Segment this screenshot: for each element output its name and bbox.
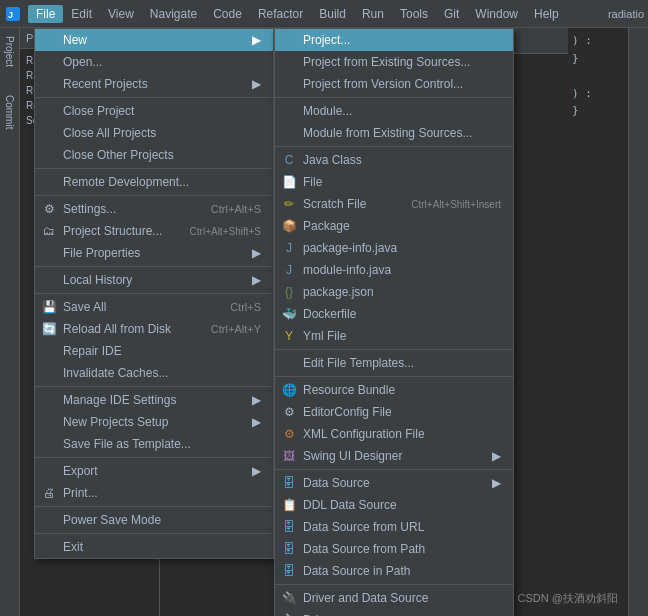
sidebar-commit-tab[interactable]: Commit: [4, 91, 15, 133]
menu-item-file-properties[interactable]: File Properties ▶: [35, 242, 273, 264]
menu-window[interactable]: Window: [467, 5, 526, 23]
submenu-item-module-info-label: module-info.java: [303, 263, 391, 277]
submenu-item-edit-templates[interactable]: Edit File Templates...: [275, 352, 513, 374]
menu-build[interactable]: Build: [311, 5, 354, 23]
submenu-item-project-existing[interactable]: Project from Existing Sources...: [275, 51, 513, 73]
menu-item-local-history[interactable]: Local History ▶: [35, 269, 273, 291]
submenu-item-package-json[interactable]: {} package.json: [275, 281, 513, 303]
submenu-item-module-info[interactable]: J module-info.java: [275, 259, 513, 281]
submenu-item-project-existing-label: Project from Existing Sources...: [303, 55, 470, 69]
file-icon: 📄: [281, 174, 297, 190]
menu-tools[interactable]: Tools: [392, 5, 436, 23]
separator-2: [35, 168, 273, 169]
submenu-item-datasource-in-path[interactable]: 🗄 Data Source in Path: [275, 560, 513, 582]
menu-item-exit[interactable]: Exit: [35, 536, 273, 558]
submenu-item-java-class-label: Java Class: [303, 153, 362, 167]
submenu-arrow-newprojects: ▶: [252, 415, 261, 429]
submenu-item-file[interactable]: 📄 File: [275, 171, 513, 193]
java-class-icon: C: [281, 152, 297, 168]
submenu-item-package[interactable]: 📦 Package: [275, 215, 513, 237]
menu-view[interactable]: View: [100, 5, 142, 23]
submenu-item-datasource-path[interactable]: 🗄 Data Source from Path: [275, 538, 513, 560]
yml-icon: Y: [281, 328, 297, 344]
submenu-arrow-localhistory: ▶: [252, 273, 261, 287]
menu-item-print-label: Print...: [63, 486, 98, 500]
menu-item-invalidate[interactable]: Invalidate Caches...: [35, 362, 273, 384]
menu-item-recent-label: Recent Projects: [63, 77, 148, 91]
reload-shortcut: Ctrl+Alt+Y: [211, 323, 261, 335]
datasource-path-icon: 🗄: [281, 541, 297, 557]
menu-item-close-project[interactable]: Close Project: [35, 100, 273, 122]
submenu-item-scratch[interactable]: ✏ Scratch File Ctrl+Alt+Shift+Insert: [275, 193, 513, 215]
menu-item-close-all[interactable]: Close All Projects: [35, 122, 273, 144]
project-structure-icon: 🗂: [41, 223, 57, 239]
menu-file[interactable]: File: [28, 5, 63, 23]
submenu-item-editorconfig[interactable]: ⚙ EditorConfig File: [275, 401, 513, 423]
submenu-item-datasource[interactable]: 🗄 Data Source ▶: [275, 472, 513, 494]
menu-item-export[interactable]: Export ▶: [35, 460, 273, 482]
menu-run[interactable]: Run: [354, 5, 392, 23]
submenu-item-datasource-url[interactable]: 🗄 Data Source from URL: [275, 516, 513, 538]
submenu-item-resource-bundle[interactable]: 🌐 Resource Bundle: [275, 379, 513, 401]
menu-git[interactable]: Git: [436, 5, 467, 23]
submenu-item-project-label: Project...: [303, 33, 350, 47]
submenu-item-yml[interactable]: Y Yml File: [275, 325, 513, 347]
submenu-item-project-vcs[interactable]: Project from Version Control...: [275, 73, 513, 95]
menu-item-file-properties-label: File Properties: [63, 246, 140, 260]
submenu-item-project[interactable]: Project...: [275, 29, 513, 51]
menu-item-new[interactable]: New ▶: [35, 29, 273, 51]
xml-icon: ⚙: [281, 426, 297, 442]
submenu-item-module-existing[interactable]: Module from Existing Sources...: [275, 122, 513, 144]
submenu-item-package-info[interactable]: J package-info.java: [275, 237, 513, 259]
menu-item-settings[interactable]: ⚙ Settings... Ctrl+Alt+S: [35, 198, 273, 220]
dockerfile-icon: 🐳: [281, 306, 297, 322]
submenu-item-xml[interactable]: ⚙ XML Configuration File: [275, 423, 513, 445]
submenu-item-java-class[interactable]: C Java Class: [275, 149, 513, 171]
menu-item-save-template[interactable]: Save File as Template...: [35, 433, 273, 455]
submenu-arrow-recent: ▶: [252, 77, 261, 91]
submenu-item-module[interactable]: Module...: [275, 100, 513, 122]
menu-item-close-other-label: Close Other Projects: [63, 148, 174, 162]
menu-item-recent[interactable]: Recent Projects ▶: [35, 73, 273, 95]
menu-code[interactable]: Code: [205, 5, 250, 23]
menu-item-local-history-label: Local History: [63, 273, 132, 287]
submenu-item-dockerfile-label: Dockerfile: [303, 307, 356, 321]
menu-item-manage-ide[interactable]: Manage IDE Settings ▶: [35, 389, 273, 411]
menu-item-save-all[interactable]: 💾 Save All Ctrl+S: [35, 296, 273, 318]
menu-item-new-projects-setup[interactable]: New Projects Setup ▶: [35, 411, 273, 433]
menu-item-close-other[interactable]: Close Other Projects: [35, 144, 273, 166]
menu-item-save-all-label: Save All: [63, 300, 106, 314]
submenu-item-ddl[interactable]: 📋 DDL Data Source: [275, 494, 513, 516]
submenu-item-yml-label: Yml File: [303, 329, 346, 343]
package-icon: 📦: [281, 218, 297, 234]
separator-7: [35, 457, 273, 458]
right-code-2: }: [572, 50, 624, 68]
menu-edit[interactable]: Edit: [63, 5, 100, 23]
submenu-item-dockerfile[interactable]: 🐳 Dockerfile: [275, 303, 513, 325]
new-sep-5: [275, 469, 513, 470]
submenu-arrow-datasource: ▶: [492, 476, 501, 490]
new-sep-4: [275, 376, 513, 377]
package-info-icon: J: [281, 240, 297, 256]
menu-navigate[interactable]: Navigate: [142, 5, 205, 23]
menu-refactor[interactable]: Refactor: [250, 5, 311, 23]
swing-icon: 🖼: [281, 448, 297, 464]
menu-item-project-structure[interactable]: 🗂 Project Structure... Ctrl+Alt+Shift+S: [35, 220, 273, 242]
submenu-item-swing[interactable]: 🖼 Swing UI Designer ▶: [275, 445, 513, 467]
menu-item-open[interactable]: Open...: [35, 51, 273, 73]
submenu-item-driver[interactable]: 🔌 Driver: [275, 609, 513, 616]
menu-item-repair[interactable]: Repair IDE: [35, 340, 273, 362]
menu-item-reload[interactable]: 🔄 Reload All from Disk Ctrl+Alt+Y: [35, 318, 273, 340]
menu-item-power-save[interactable]: Power Save Mode: [35, 509, 273, 531]
submenu-item-driver-datasource[interactable]: 🔌 Driver and Data Source: [275, 587, 513, 609]
menu-item-print[interactable]: 🖨 Print...: [35, 482, 273, 504]
menu-item-settings-label: Settings...: [63, 202, 116, 216]
menu-item-exit-label: Exit: [63, 540, 83, 554]
submenu-item-edit-templates-label: Edit File Templates...: [303, 356, 414, 370]
menu-item-remote[interactable]: Remote Development...: [35, 171, 273, 193]
resource-bundle-icon: 🌐: [281, 382, 297, 398]
separator-9: [35, 533, 273, 534]
sidebar-project-tab[interactable]: Project: [4, 32, 15, 71]
submenu-arrow-fileprops: ▶: [252, 246, 261, 260]
menu-help[interactable]: Help: [526, 5, 567, 23]
